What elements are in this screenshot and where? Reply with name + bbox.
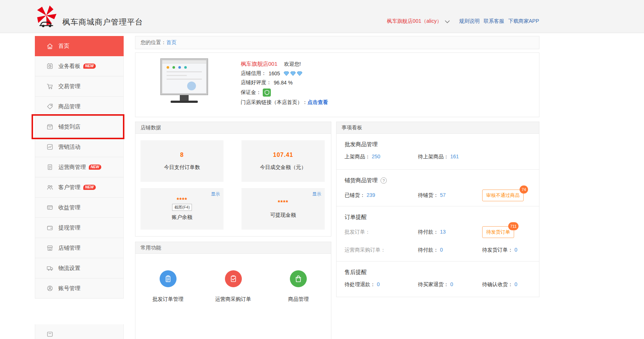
store-info-card: 枫车旗舰店001 欢迎您! 店铺信用： 1605 店铺好评度： 96.84 %	[135, 53, 539, 117]
stat-label: 待发货订单：	[482, 247, 513, 253]
func-wholesale-orders[interactable]: 批发订单管理	[135, 270, 201, 339]
sidebar-item-trade[interactable]: 交易管理	[35, 76, 124, 97]
stat-value[interactable]: 239	[367, 192, 375, 198]
main-content: 您的位置： 首页 枫车	[135, 36, 539, 339]
sidebar-item-label: 铺货到店	[58, 123, 80, 130]
chevron-down-icon[interactable]	[445, 20, 450, 24]
section-aftersale-reminders: 售后提醒 待处理退款： 0 待买家退货： 0 待确认收货： 0	[336, 262, 539, 297]
link-contact-support[interactable]: 联系客服	[484, 18, 504, 25]
left-column: 店铺数据 8 今日支付订单数 107.41 今日成交金额（元） 显示 **	[135, 122, 331, 339]
monitor-stand	[180, 95, 189, 101]
stat-value[interactable]: 57	[440, 192, 446, 198]
section-distribution-goods: 铺货商品管理 ? 已铺货： 239 待铺货： 57 审核不通过	[336, 170, 539, 206]
home-icon	[46, 43, 54, 50]
rejected-goods-button[interactable]: 审核不通过商品 74	[482, 190, 524, 201]
sidebar-item-marketing[interactable]: 营销活动	[35, 137, 124, 157]
stat-card-withdrawable: 显示 **** 可提现金额	[241, 188, 325, 230]
new-badge: NEW	[89, 165, 101, 170]
link-rules[interactable]: 规则说明	[459, 18, 480, 25]
func-label: 运营商采购订单	[215, 296, 251, 303]
bank-card-icon	[46, 204, 54, 211]
sidebar-item-operator[interactable]: 运营商管理 NEW	[35, 157, 124, 177]
content-columns: 店铺数据 8 今日支付订单数 107.41 今日成交金额（元） 显示 **	[135, 122, 539, 339]
stat-label: 待铺货：	[418, 192, 439, 198]
sidebar-item-customer[interactable]: 客户管理 NEW	[35, 177, 124, 198]
section-title: 铺货商品管理	[345, 177, 378, 184]
store-data-panel: 店铺数据 8 今日支付订单数 107.41 今日成交金额（元） 显示 **	[135, 122, 331, 237]
stat-value[interactable]: 0	[514, 247, 517, 253]
matters-board-header: 事项看板	[336, 122, 539, 134]
sidebar-item-label: 店铺管理	[58, 245, 80, 252]
stat-label: 待处理退款：	[345, 281, 375, 287]
wallet-icon	[46, 224, 54, 231]
section-title: 订单提醒	[345, 214, 533, 221]
purchase-link[interactable]: 点击查看	[308, 99, 328, 106]
sidebar-item-business-board[interactable]: 业务看板 NEW	[35, 56, 124, 76]
sidebar-item-withdraw[interactable]: 提现管理	[35, 218, 124, 238]
sidebar-item-label: 客户管理	[58, 184, 80, 191]
dashboard-clock-icon	[46, 62, 54, 70]
show-balance-link[interactable]: 显示	[211, 191, 220, 197]
sidebar-item-partial[interactable]	[35, 324, 124, 339]
pending-shipment-button[interactable]: 待发货订单 711	[482, 226, 514, 238]
show-withdrawable-link[interactable]: 显示	[312, 191, 321, 197]
sidebar-item-distribution[interactable]: 铺货到店	[35, 117, 124, 137]
clipboard-icon	[160, 270, 177, 287]
stat-pending-payment: 待付款： 13	[418, 229, 482, 235]
rating-label: 店铺好评度：	[241, 79, 272, 86]
stat-label: 待买家退货：	[418, 281, 449, 287]
stat-distributed: 已铺货： 239	[345, 192, 418, 199]
store-info-block: 枫车旗舰店001 欢迎您! 店铺信用： 1605 店铺好评度： 96.84 %	[241, 61, 328, 108]
func-operator-purchase-orders[interactable]: 运营商采购订单	[201, 270, 266, 339]
sidebar-item-label: 物流设置	[58, 265, 80, 272]
store-box-icon	[46, 123, 54, 130]
sidebar-item-goods[interactable]: 商品管理	[35, 97, 124, 117]
merchant-dashboard-page: 枫车商城商户管理平台 枫车旗舰店001（alicy） 规则说明 联系客服 下载商…	[0, 0, 644, 339]
breadcrumb-label: 您的位置：	[141, 39, 166, 46]
help-question-icon[interactable]: ?	[381, 177, 387, 184]
stat-value[interactable]: 0	[440, 247, 443, 253]
users-icon	[46, 184, 54, 191]
section-order-reminders: 订单提醒 批发订单： 待付款： 13 待发货订单 711 运营商采购订	[336, 206, 539, 262]
stat-label: 待付款：	[418, 229, 439, 235]
sidebar-item-label: 运营商管理	[58, 164, 86, 171]
common-functions-header: 常用功能	[135, 242, 331, 254]
stat-value[interactable]: 13	[440, 229, 446, 235]
stat-value[interactable]: 161	[450, 154, 459, 159]
stat-pending-receipt-confirm: 待确认收货： 0	[482, 281, 533, 288]
sidebar-item-home[interactable]: 首页	[35, 36, 124, 56]
menu-square-icon	[46, 331, 54, 338]
common-functions-panel: 常用功能 批发订单管理 运营商采购订单	[135, 242, 331, 339]
purchase-link-label: 门店采购链接（本店首页）：	[241, 99, 308, 106]
sidebar-item-shop[interactable]: 店铺管理	[35, 238, 124, 258]
credit-value: 1605	[269, 71, 280, 76]
stat-value: 107.41	[273, 152, 293, 158]
button-label: 审核不通过商品	[486, 192, 520, 198]
stat-value[interactable]: 250	[372, 154, 380, 159]
stat-pending-payment-operator: 待付款： 0	[418, 247, 482, 253]
sidebar-item-income[interactable]: 收益管理	[35, 198, 124, 218]
new-badge: NEW	[83, 64, 96, 69]
section-title: 售后提醒	[345, 269, 533, 276]
stat-on-shelf: 上架商品： 250	[345, 154, 418, 160]
count-badge: 74	[520, 185, 528, 194]
truck-icon	[46, 264, 54, 272]
section-wholesale-goods: 批发商品管理 上架商品： 250 待上架商品： 161	[336, 134, 539, 170]
sidebar-item-label: 交易管理	[58, 83, 80, 90]
stat-pending-buyer-return: 待买家退货： 0	[418, 281, 482, 288]
link-download-app[interactable]: 下载商家APP	[508, 18, 539, 25]
section-title: 批发商品管理	[345, 141, 533, 148]
func-goods-management[interactable]: 商品管理	[266, 270, 331, 339]
stat-value[interactable]: 0	[514, 281, 517, 287]
header-account-bar: 枫车旗舰店001（alicy） 规则说明 联系客服 下载商家APP	[387, 18, 539, 25]
breadcrumb-home-link[interactable]: 首页	[166, 39, 177, 46]
row-label-operator-orders: 运营商采购订单：	[345, 247, 418, 253]
app-title: 枫车商城商户管理平台	[62, 17, 143, 27]
deposit-label: 保证金：	[241, 89, 261, 96]
account-name[interactable]: 枫车旗舰店001（alicy）	[387, 18, 442, 25]
sidebar-item-logistics[interactable]: 物流设置	[35, 258, 124, 278]
top-header: 枫车商城商户管理平台 枫车旗舰店001（alicy） 规则说明 联系客服 下载商…	[0, 0, 644, 33]
stat-value[interactable]: 0	[450, 281, 453, 287]
stat-value[interactable]: 0	[377, 281, 380, 287]
sidebar-item-account[interactable]: 账号管理	[35, 278, 124, 299]
